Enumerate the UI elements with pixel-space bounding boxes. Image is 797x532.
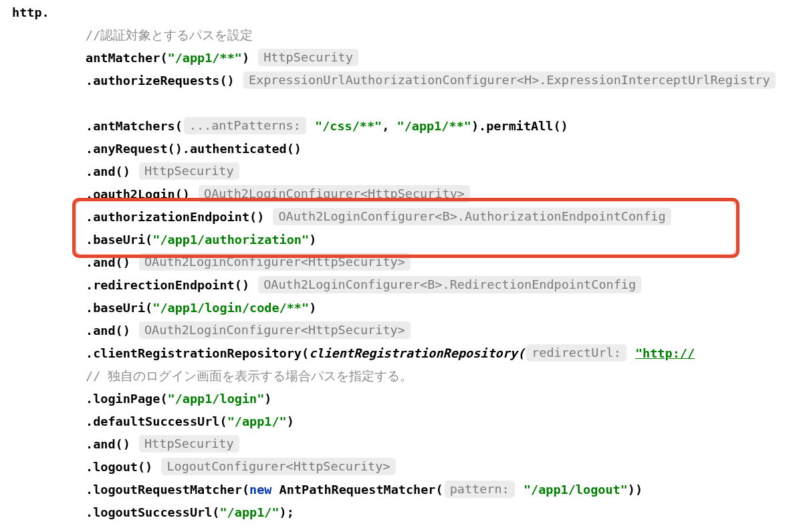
- method: .authorizeRequests(): [86, 74, 235, 88]
- inlay-hint[interactable]: ExpressionUrlAuthorizationConfigurer<H>.…: [243, 72, 776, 89]
- method: .authorizationEndpoint(): [86, 210, 264, 224]
- method: .baseUri(: [86, 233, 152, 247]
- comment: //認証対象とするパスを設定: [86, 28, 253, 42]
- code-line: antMatcher("/app1/**") HttpSecurity: [12, 47, 777, 70]
- method: .loginPage(: [86, 392, 168, 406]
- keyword: new: [249, 483, 271, 497]
- method: .logoutSuccessUrl(: [86, 505, 219, 519]
- inlay-hint[interactable]: OAuth2LoginConfigurer<B>.RedirectionEndp…: [258, 276, 641, 293]
- inlay-hint[interactable]: LogoutConfigurer<HttpSecurity>: [161, 458, 395, 475]
- code-editor: http. //認証対象とするパスを設定 antMatcher("/app1/*…: [0, 0, 797, 532]
- code-line: .authorizeRequests() ExpressionUrlAuthor…: [12, 70, 777, 92]
- code-line: .anyRequest().authenticated(): [12, 138, 777, 160]
- code-line: [12, 92, 777, 115]
- method: .logout(): [86, 460, 152, 474]
- string: "/app1/**": [168, 51, 242, 65]
- inlay-hint[interactable]: OAuth2LoginConfigurer<HttpSecurity>: [139, 253, 411, 271]
- code-line: // 独自のログイン画面を表示する場合パスを指定する。: [12, 365, 777, 388]
- string: "/app1/": [219, 505, 279, 519]
- code-line: .authorizationEndpoint() OAuth2LoginConf…: [12, 206, 777, 229]
- string-url: "http://: [635, 346, 695, 360]
- inlay-hint[interactable]: ...antPatterns:: [184, 117, 306, 134]
- method: .defaultSuccessUrl(: [86, 414, 227, 428]
- paren: ): [242, 51, 249, 65]
- method: .antMatchers(: [86, 119, 183, 133]
- method: .and(): [86, 255, 130, 269]
- string: "/app1/authorization": [152, 233, 309, 247]
- method: .anyRequest().authenticated(): [86, 142, 302, 156]
- method: .baseUri(: [86, 301, 152, 315]
- code-line: .redirectionEndpoint() OAuth2LoginConfig…: [12, 274, 777, 297]
- code-line: .loginPage("/app1/login"): [12, 388, 777, 410]
- code-line: .antMatchers(...antPatterns: "/css/**", …: [12, 115, 777, 138]
- inlay-hint[interactable]: OAuth2LoginConfigurer<HttpSecurity>: [139, 321, 411, 339]
- inlay-hint[interactable]: HttpSecurity: [258, 49, 358, 66]
- method: .and(): [86, 323, 130, 338]
- method: .and(): [86, 437, 130, 451]
- inlay-hint[interactable]: pattern:: [445, 481, 515, 498]
- code-line: .oauth2Login() OAuth2LoginConfigurer<Htt…: [12, 183, 777, 206]
- code-line: .and() HttpSecurity: [12, 433, 777, 456]
- code-line: .and() HttpSecurity: [12, 160, 777, 183]
- inlay-hint[interactable]: HttpSecurity: [139, 162, 239, 180]
- inlay-hint[interactable]: HttpSecurity: [139, 435, 239, 452]
- code-line: .logoutRequestMatcher(new AntPathRequest…: [12, 479, 777, 501]
- string: "/app1/": [227, 414, 287, 428]
- method: .and(): [86, 164, 130, 178]
- method: .oauth2Login(): [86, 187, 190, 201]
- method: antMatcher(: [86, 51, 168, 65]
- method: .redirectionEndpoint(): [86, 278, 249, 292]
- code-line: .and() OAuth2LoginConfigurer<HttpSecurit…: [12, 319, 777, 342]
- code-line: .logout() LogoutConfigurer<HttpSecurity>: [12, 456, 777, 479]
- code-line: .baseUri("/app1/login/code/**"): [12, 297, 777, 319]
- string: "/app1/**": [397, 119, 471, 133]
- method-italic: clientRegistrationRepository(: [309, 346, 525, 360]
- string: "/app1/login": [168, 392, 265, 406]
- code-block: http. //認証対象とするパスを設定 antMatcher("/app1/*…: [12, 1, 777, 524]
- string: "/app1/login/code/**": [152, 301, 309, 315]
- inlay-hint[interactable]: OAuth2LoginConfigurer<B>.AuthorizationEn…: [273, 208, 671, 225]
- method: .clientRegistrationRepository(: [86, 346, 309, 360]
- code-line: .clientRegistrationRepository(clientRegi…: [12, 342, 777, 365]
- string: "/app1/logout": [524, 483, 628, 497]
- code-line: //認証対象とするパスを設定: [12, 24, 777, 47]
- inlay-hint[interactable]: OAuth2LoginConfigurer<HttpSecurity>: [199, 185, 470, 203]
- code-line: .logoutSuccessUrl("/app1/");: [12, 501, 777, 524]
- inlay-hint[interactable]: redirectUrl:: [526, 344, 627, 362]
- method: .logoutRequestMatcher(: [86, 483, 249, 497]
- code-text: http.: [12, 5, 49, 19]
- code-line: http.: [12, 1, 777, 24]
- string: "/css/**": [315, 119, 382, 133]
- code-line: .baseUri("/app1/authorization"): [12, 229, 777, 251]
- code-line: .and() OAuth2LoginConfigurer<HttpSecurit…: [12, 251, 777, 274]
- code-line: .defaultSuccessUrl("/app1/"): [12, 410, 777, 433]
- comment: // 独自のログイン画面を表示する場合パスを指定する。: [86, 369, 413, 383]
